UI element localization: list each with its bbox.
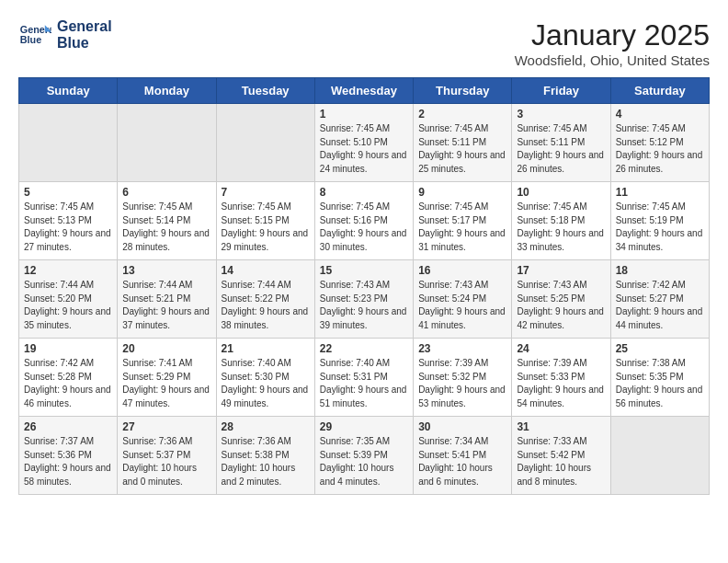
weekday-header-monday: Monday	[118, 78, 216, 104]
day-info: Sunrise: 7:42 AM Sunset: 5:27 PM Dayligh…	[616, 279, 704, 332]
calendar-week-1: 1Sunrise: 7:45 AM Sunset: 5:10 PM Daylig…	[19, 104, 710, 182]
day-number: 24	[517, 342, 605, 355]
calendar-cell: 7Sunrise: 7:45 AM Sunset: 5:15 PM Daylig…	[216, 182, 314, 260]
weekday-header-wednesday: Wednesday	[314, 78, 413, 104]
day-info: Sunrise: 7:34 AM Sunset: 5:41 PM Dayligh…	[418, 435, 506, 488]
logo-icon: General Blue	[18, 18, 51, 52]
calendar-cell: 27Sunrise: 7:36 AM Sunset: 5:37 PM Dayli…	[118, 417, 216, 495]
calendar-cell: 4Sunrise: 7:45 AM Sunset: 5:12 PM Daylig…	[610, 104, 709, 182]
day-info: Sunrise: 7:45 AM Sunset: 5:14 PM Dayligh…	[122, 201, 210, 254]
day-info: Sunrise: 7:45 AM Sunset: 5:13 PM Dayligh…	[24, 201, 112, 254]
day-number: 12	[24, 264, 112, 277]
calendar-cell	[19, 104, 118, 182]
day-info: Sunrise: 7:45 AM Sunset: 5:16 PM Dayligh…	[320, 201, 408, 254]
page-header: General Blue General Blue January 2025 W…	[18, 18, 710, 68]
calendar-cell: 14Sunrise: 7:44 AM Sunset: 5:22 PM Dayli…	[216, 260, 314, 339]
day-number: 7	[222, 186, 310, 199]
weekday-header-thursday: Thursday	[414, 78, 512, 104]
day-number: 25	[616, 342, 704, 355]
calendar-cell: 19Sunrise: 7:42 AM Sunset: 5:28 PM Dayli…	[19, 339, 118, 417]
weekday-header-sunday: Sunday	[19, 78, 118, 104]
calendar-cell: 22Sunrise: 7:40 AM Sunset: 5:31 PM Dayli…	[314, 339, 413, 417]
calendar-cell: 2Sunrise: 7:45 AM Sunset: 5:11 PM Daylig…	[414, 104, 512, 182]
day-info: Sunrise: 7:45 AM Sunset: 5:18 PM Dayligh…	[517, 201, 605, 254]
calendar-cell: 16Sunrise: 7:43 AM Sunset: 5:24 PM Dayli…	[414, 260, 512, 339]
calendar-week-2: 5Sunrise: 7:45 AM Sunset: 5:13 PM Daylig…	[19, 182, 710, 260]
day-number: 26	[24, 420, 112, 433]
calendar-cell: 9Sunrise: 7:45 AM Sunset: 5:17 PM Daylig…	[414, 182, 512, 260]
calendar-cell: 18Sunrise: 7:42 AM Sunset: 5:27 PM Dayli…	[610, 260, 709, 339]
calendar-cell: 28Sunrise: 7:36 AM Sunset: 5:38 PM Dayli…	[216, 417, 314, 495]
day-number: 15	[320, 264, 408, 277]
weekday-header-friday: Friday	[512, 78, 610, 104]
calendar-table: SundayMondayTuesdayWednesdayThursdayFrid…	[18, 77, 710, 495]
day-number: 28	[222, 420, 310, 433]
day-info: Sunrise: 7:38 AM Sunset: 5:35 PM Dayligh…	[616, 357, 704, 410]
day-number: 14	[222, 264, 310, 277]
day-info: Sunrise: 7:45 AM Sunset: 5:15 PM Dayligh…	[222, 201, 310, 254]
day-number: 6	[122, 186, 210, 199]
day-info: Sunrise: 7:45 AM Sunset: 5:19 PM Dayligh…	[616, 201, 704, 254]
calendar-cell: 13Sunrise: 7:44 AM Sunset: 5:21 PM Dayli…	[118, 260, 216, 339]
day-info: Sunrise: 7:36 AM Sunset: 5:38 PM Dayligh…	[222, 435, 310, 488]
day-info: Sunrise: 7:36 AM Sunset: 5:37 PM Dayligh…	[122, 435, 210, 488]
day-number: 20	[122, 342, 210, 355]
calendar-cell: 12Sunrise: 7:44 AM Sunset: 5:20 PM Dayli…	[19, 260, 118, 339]
calendar-cell: 29Sunrise: 7:35 AM Sunset: 5:39 PM Dayli…	[314, 417, 413, 495]
calendar-cell: 17Sunrise: 7:43 AM Sunset: 5:25 PM Dayli…	[512, 260, 610, 339]
calendar-cell	[216, 104, 314, 182]
calendar-cell: 15Sunrise: 7:43 AM Sunset: 5:23 PM Dayli…	[314, 260, 413, 339]
day-info: Sunrise: 7:45 AM Sunset: 5:11 PM Dayligh…	[517, 122, 605, 176]
day-number: 27	[122, 420, 210, 433]
day-info: Sunrise: 7:39 AM Sunset: 5:33 PM Dayligh…	[517, 357, 605, 410]
day-number: 10	[517, 186, 605, 199]
day-info: Sunrise: 7:45 AM Sunset: 5:10 PM Dayligh…	[320, 122, 408, 176]
calendar-week-5: 26Sunrise: 7:37 AM Sunset: 5:36 PM Dayli…	[19, 417, 710, 495]
calendar-title: January 2025	[515, 18, 710, 52]
calendar-cell: 11Sunrise: 7:45 AM Sunset: 5:19 PM Dayli…	[610, 182, 709, 260]
day-number: 8	[320, 186, 408, 199]
day-info: Sunrise: 7:43 AM Sunset: 5:24 PM Dayligh…	[418, 279, 506, 332]
day-info: Sunrise: 7:44 AM Sunset: 5:20 PM Dayligh…	[24, 279, 112, 332]
title-block: January 2025 Woodsfield, Ohio, United St…	[515, 18, 710, 68]
day-number: 1	[320, 108, 408, 121]
day-info: Sunrise: 7:39 AM Sunset: 5:32 PM Dayligh…	[418, 357, 506, 410]
calendar-header: SundayMondayTuesdayWednesdayThursdayFrid…	[19, 78, 710, 104]
calendar-cell	[610, 417, 709, 495]
day-number: 17	[517, 264, 605, 277]
svg-text:Blue: Blue	[20, 34, 41, 45]
weekday-header-saturday: Saturday	[610, 78, 709, 104]
calendar-cell: 25Sunrise: 7:38 AM Sunset: 5:35 PM Dayli…	[610, 339, 709, 417]
calendar-cell: 31Sunrise: 7:33 AM Sunset: 5:42 PM Dayli…	[512, 417, 610, 495]
day-number: 4	[616, 108, 704, 121]
day-info: Sunrise: 7:33 AM Sunset: 5:42 PM Dayligh…	[517, 435, 605, 488]
calendar-cell: 8Sunrise: 7:45 AM Sunset: 5:16 PM Daylig…	[314, 182, 413, 260]
calendar-cell: 5Sunrise: 7:45 AM Sunset: 5:13 PM Daylig…	[19, 182, 118, 260]
day-info: Sunrise: 7:41 AM Sunset: 5:29 PM Dayligh…	[122, 357, 210, 410]
day-number: 3	[517, 108, 605, 121]
calendar-cell	[118, 104, 216, 182]
day-number: 30	[418, 420, 506, 433]
calendar-cell: 21Sunrise: 7:40 AM Sunset: 5:30 PM Dayli…	[216, 339, 314, 417]
calendar-subtitle: Woodsfield, Ohio, United States	[515, 52, 710, 68]
day-number: 5	[24, 186, 112, 199]
day-info: Sunrise: 7:44 AM Sunset: 5:22 PM Dayligh…	[222, 279, 310, 332]
logo-text: General Blue	[57, 18, 112, 52]
day-info: Sunrise: 7:40 AM Sunset: 5:31 PM Dayligh…	[320, 357, 408, 410]
logo: General Blue General Blue	[18, 18, 112, 52]
day-number: 22	[320, 342, 408, 355]
day-number: 13	[122, 264, 210, 277]
calendar-cell: 26Sunrise: 7:37 AM Sunset: 5:36 PM Dayli…	[19, 417, 118, 495]
calendar-cell: 20Sunrise: 7:41 AM Sunset: 5:29 PM Dayli…	[118, 339, 216, 417]
day-number: 16	[418, 264, 506, 277]
day-number: 23	[418, 342, 506, 355]
day-number: 31	[517, 420, 605, 433]
day-info: Sunrise: 7:45 AM Sunset: 5:11 PM Dayligh…	[418, 122, 506, 176]
calendar-cell: 30Sunrise: 7:34 AM Sunset: 5:41 PM Dayli…	[414, 417, 512, 495]
day-number: 9	[418, 186, 506, 199]
calendar-week-4: 19Sunrise: 7:42 AM Sunset: 5:28 PM Dayli…	[19, 339, 710, 417]
calendar-cell: 1Sunrise: 7:45 AM Sunset: 5:10 PM Daylig…	[314, 104, 413, 182]
calendar-cell: 3Sunrise: 7:45 AM Sunset: 5:11 PM Daylig…	[512, 104, 610, 182]
day-number: 18	[616, 264, 704, 277]
weekday-header-row: SundayMondayTuesdayWednesdayThursdayFrid…	[19, 78, 710, 104]
